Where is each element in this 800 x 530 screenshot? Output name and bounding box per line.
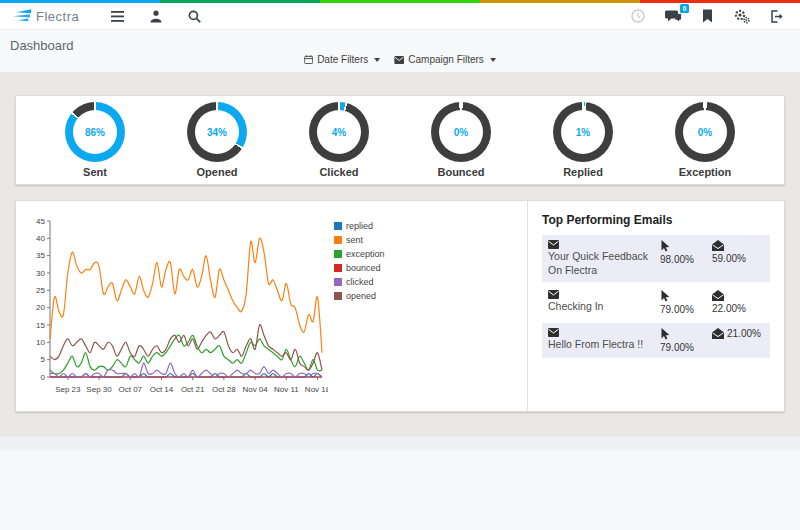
kpi-replied[interactable]: 1% Replied [553,102,613,178]
svg-text:Sep 23: Sep 23 [55,385,81,394]
bookmark-icon[interactable] [702,9,713,23]
series-opened [50,325,322,371]
brand-strip-segment [160,0,320,3]
search-icon[interactable] [188,10,201,23]
control-panel: Dashboard Date Filters Campaign Filters [0,30,800,73]
filters-bar: Date Filters Campaign Filters [304,54,496,65]
legend-swatch [334,222,342,230]
legend-item-bounced[interactable]: bounced [334,263,385,273]
kpi-bounced[interactable]: 0% Bounced [431,102,491,178]
legend-item-clicked[interactable]: clicked [334,277,385,287]
top-emails-panel: Top Performing Emails Your Quick Feedbac… [528,201,784,411]
kpi-opened[interactable]: 34% Opened [187,102,247,178]
kpi-percent: 0% [675,102,735,162]
analytics-card: 051015202530354045Sep 23Sep 30Oct 07Oct … [15,200,785,412]
top-emails-title: Top Performing Emails [542,213,770,227]
kpi-donut-card: 86% Sent 34% Opened 4% Clicked 0% Bounce… [15,95,785,185]
svg-text:Nov 11: Nov 11 [274,385,299,394]
clicked-rate: 79.00% [660,328,712,353]
chevron-down-icon [490,58,496,62]
brand-strip-segment [0,0,160,3]
page-title: Dashboard [10,38,74,53]
cursor-icon [660,328,670,340]
envelope-icon [394,56,404,64]
flectra-logo[interactable]: Flectra [12,8,79,24]
open-envelope-icon [712,240,724,251]
kpi-label: Exception [679,166,732,178]
chevron-down-icon [374,58,380,62]
campaign-filters-button[interactable]: Campaign Filters [394,54,496,65]
app-header: Flectra [0,3,800,30]
svg-text:Oct 28: Oct 28 [212,385,236,394]
kpi-label: Clicked [319,166,358,178]
email-row[interactable]: Your Quick Feedback On Flectra98.00%59.0… [542,235,770,282]
open-envelope-icon [712,290,724,301]
chart-legend: repliedsentexceptionbouncedclickedopened [334,221,385,411]
kpi-label: Opened [197,166,238,178]
series-clicked [50,363,322,377]
kpi-clicked[interactable]: 4% Clicked [309,102,369,178]
svg-text:Nov 04: Nov 04 [242,385,268,394]
donut-chart: 4% [309,102,369,162]
opened-rate: 22.00% [712,290,764,314]
menu-icon[interactable] [111,11,124,22]
settings-icon[interactable] [733,9,750,24]
brand-color-strip [0,0,800,3]
legend-item-sent[interactable]: sent [334,235,385,245]
svg-text:Oct 14: Oct 14 [150,385,174,394]
clock-icon[interactable] [631,9,645,23]
messages-icon[interactable]: 0 [665,9,682,23]
brand-strip-segment [480,0,640,3]
svg-text:30: 30 [36,269,45,278]
kpi-sent[interactable]: 86% Sent [65,102,125,178]
date-filters-button[interactable]: Date Filters [304,54,380,65]
svg-text:Oct 21: Oct 21 [181,385,205,394]
brand-strip-segment [640,0,800,3]
brand-strip-segment [320,0,480,3]
kpi-percent: 4% [309,102,369,162]
bottom-section [0,437,800,530]
email-row[interactable]: Checking In79.00%22.00% [542,285,770,320]
kpi-percent: 86% [65,102,125,162]
user-icon[interactable] [150,10,162,23]
svg-text:45: 45 [36,217,45,226]
logout-icon[interactable] [770,10,784,23]
legend-item-replied[interactable]: replied [334,221,385,231]
bottom-panel-body [0,450,800,530]
email-subject: Your Quick Feedback On Flectra [548,240,660,277]
svg-text:20: 20 [36,303,45,312]
donut-chart: 0% [675,102,735,162]
flectra-wing-icon [12,8,32,24]
legend-item-exception[interactable]: exception [334,249,385,259]
envelope-icon [548,240,559,249]
email-row[interactable]: Hello From Flectra !!79.00%21.00% [542,323,770,358]
opened-rate: 21.00% [712,328,764,339]
envelope-icon [548,290,559,299]
donut-chart: 86% [65,102,125,162]
kpi-exception[interactable]: 0% Exception [675,102,735,178]
kpi-percent: 0% [431,102,491,162]
cursor-icon [660,240,670,252]
clicked-rate: 79.00% [660,290,712,315]
svg-text:35: 35 [36,251,45,260]
svg-text:Nov 18: Nov 18 [305,385,328,394]
donut-chart: 1% [553,102,613,162]
svg-text:10: 10 [36,338,45,347]
legend-swatch [334,264,342,272]
legend-swatch [334,250,342,258]
svg-text:40: 40 [36,234,45,243]
legend-swatch [334,236,342,244]
email-subject: Hello From Flectra !! [548,328,660,351]
message-count-badge: 0 [680,4,689,13]
svg-text:0: 0 [41,373,46,382]
kpi-percent: 1% [553,102,613,162]
engagement-chart-panel: 051015202530354045Sep 23Sep 30Oct 07Oct … [16,201,528,411]
legend-item-opened[interactable]: opened [334,291,385,301]
bottom-panel-header [0,437,800,450]
envelope-icon [548,328,559,337]
series-sent [50,238,322,353]
donut-chart: 34% [187,102,247,162]
kpi-label: Sent [83,166,107,178]
svg-text:5: 5 [41,355,46,364]
svg-text:Oct 07: Oct 07 [118,385,142,394]
